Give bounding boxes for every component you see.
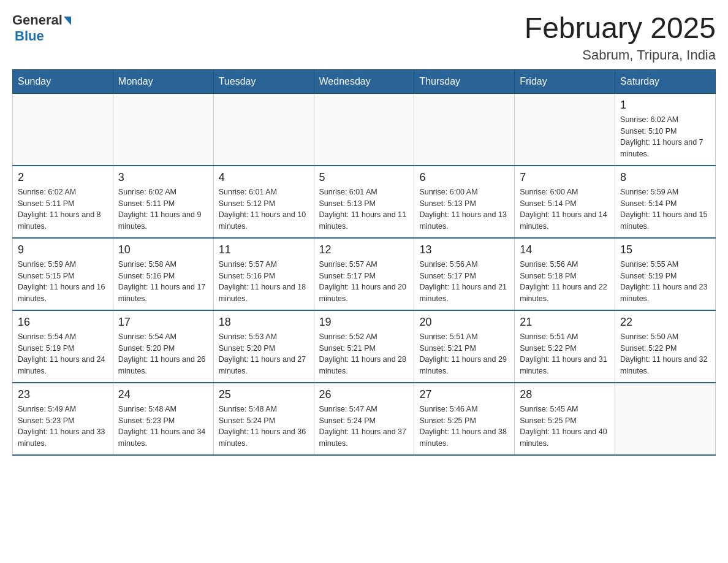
day-info: Sunrise: 6:02 AMSunset: 5:11 PMDaylight:…: [118, 186, 208, 232]
day-info: Sunrise: 5:48 AMSunset: 5:23 PMDaylight:…: [118, 404, 208, 450]
day-info: Sunrise: 6:00 AMSunset: 5:13 PMDaylight:…: [419, 186, 509, 232]
calendar-day-cell: 11Sunrise: 5:57 AMSunset: 5:16 PMDayligh…: [213, 238, 314, 310]
day-info: Sunrise: 5:52 AMSunset: 5:21 PMDaylight:…: [319, 331, 409, 377]
day-number: 25: [219, 388, 309, 401]
day-number: 18: [219, 316, 309, 329]
calendar-day-cell: 10Sunrise: 5:58 AMSunset: 5:16 PMDayligh…: [113, 238, 213, 310]
weekday-header-wednesday: Wednesday: [314, 69, 414, 93]
weekday-header-thursday: Thursday: [414, 69, 515, 93]
calendar-day-cell: 3Sunrise: 6:02 AMSunset: 5:11 PMDaylight…: [113, 166, 213, 238]
day-info: Sunrise: 5:51 AMSunset: 5:21 PMDaylight:…: [419, 331, 509, 377]
day-number: 9: [18, 243, 108, 256]
calendar-day-cell: [113, 93, 213, 166]
calendar-day-cell: 7Sunrise: 6:00 AMSunset: 5:14 PMDaylight…: [515, 166, 615, 238]
calendar-day-cell: 8Sunrise: 5:59 AMSunset: 5:14 PMDaylight…: [615, 166, 716, 238]
day-info: Sunrise: 5:47 AMSunset: 5:24 PMDaylight:…: [319, 404, 409, 450]
calendar-week-row: 9Sunrise: 5:59 AMSunset: 5:15 PMDaylight…: [13, 238, 716, 310]
day-info: Sunrise: 5:45 AMSunset: 5:25 PMDaylight:…: [520, 404, 610, 450]
day-number: 20: [419, 316, 509, 329]
calendar-header: SundayMondayTuesdayWednesdayThursdayFrid…: [13, 69, 716, 93]
day-number: 5: [319, 171, 409, 184]
day-number: 26: [319, 388, 409, 401]
day-number: 22: [620, 316, 710, 329]
day-number: 14: [520, 243, 610, 256]
day-info: Sunrise: 6:01 AMSunset: 5:13 PMDaylight:…: [319, 186, 409, 232]
weekday-header-saturday: Saturday: [615, 69, 716, 93]
calendar-day-cell: 26Sunrise: 5:47 AMSunset: 5:24 PMDayligh…: [314, 383, 414, 455]
logo-blue-text: Blue: [15, 28, 44, 44]
day-number: 21: [520, 316, 610, 329]
day-number: 12: [319, 243, 409, 256]
day-number: 27: [419, 388, 509, 401]
day-info: Sunrise: 5:56 AMSunset: 5:17 PMDaylight:…: [419, 259, 509, 305]
day-number: 16: [18, 316, 108, 329]
day-info: Sunrise: 5:59 AMSunset: 5:14 PMDaylight:…: [620, 186, 710, 232]
logo: General Blue: [12, 12, 71, 44]
calendar-day-cell: [213, 93, 314, 166]
day-info: Sunrise: 5:55 AMSunset: 5:19 PMDaylight:…: [620, 259, 710, 305]
day-number: 6: [419, 171, 509, 184]
day-number: 3: [118, 171, 208, 184]
day-number: 15: [620, 243, 710, 256]
day-info: Sunrise: 6:01 AMSunset: 5:12 PMDaylight:…: [219, 186, 309, 232]
calendar-day-cell: 17Sunrise: 5:54 AMSunset: 5:20 PMDayligh…: [113, 310, 213, 383]
month-title: February 2025: [525, 12, 716, 45]
calendar-day-cell: 25Sunrise: 5:48 AMSunset: 5:24 PMDayligh…: [213, 383, 314, 455]
calendar-day-cell: 28Sunrise: 5:45 AMSunset: 5:25 PMDayligh…: [515, 383, 615, 455]
calendar-day-cell: 9Sunrise: 5:59 AMSunset: 5:15 PMDaylight…: [13, 238, 113, 310]
day-info: Sunrise: 5:54 AMSunset: 5:19 PMDaylight:…: [18, 331, 108, 377]
calendar-day-cell: [615, 383, 716, 455]
day-number: 24: [118, 388, 208, 401]
calendar-day-cell: 15Sunrise: 5:55 AMSunset: 5:19 PMDayligh…: [615, 238, 716, 310]
weekday-header-row: SundayMondayTuesdayWednesdayThursdayFrid…: [13, 69, 716, 93]
calendar-day-cell: 24Sunrise: 5:48 AMSunset: 5:23 PMDayligh…: [113, 383, 213, 455]
day-info: Sunrise: 5:51 AMSunset: 5:22 PMDaylight:…: [520, 331, 610, 377]
day-info: Sunrise: 5:49 AMSunset: 5:23 PMDaylight:…: [18, 404, 108, 450]
day-number: 8: [620, 171, 710, 184]
day-info: Sunrise: 6:02 AMSunset: 5:11 PMDaylight:…: [18, 186, 108, 232]
calendar-body: 1Sunrise: 6:02 AMSunset: 5:10 PMDaylight…: [13, 93, 716, 455]
day-number: 13: [419, 243, 509, 256]
day-info: Sunrise: 6:00 AMSunset: 5:14 PMDaylight:…: [520, 186, 610, 232]
day-info: Sunrise: 5:58 AMSunset: 5:16 PMDaylight:…: [118, 259, 208, 305]
calendar-day-cell: [414, 93, 515, 166]
calendar-day-cell: 21Sunrise: 5:51 AMSunset: 5:22 PMDayligh…: [515, 310, 615, 383]
calendar-day-cell: 23Sunrise: 5:49 AMSunset: 5:23 PMDayligh…: [13, 383, 113, 455]
day-info: Sunrise: 5:50 AMSunset: 5:22 PMDaylight:…: [620, 331, 710, 377]
calendar-week-row: 23Sunrise: 5:49 AMSunset: 5:23 PMDayligh…: [13, 383, 716, 455]
location-subtitle: Sabrum, Tripura, India: [525, 47, 716, 63]
day-info: Sunrise: 5:53 AMSunset: 5:20 PMDaylight:…: [219, 331, 309, 377]
calendar-day-cell: 18Sunrise: 5:53 AMSunset: 5:20 PMDayligh…: [213, 310, 314, 383]
day-info: Sunrise: 6:02 AMSunset: 5:10 PMDaylight:…: [620, 114, 710, 160]
day-number: 7: [520, 171, 610, 184]
logo-blue-label: Blue: [12, 28, 44, 44]
day-info: Sunrise: 5:57 AMSunset: 5:16 PMDaylight:…: [219, 259, 309, 305]
calendar-week-row: 2Sunrise: 6:02 AMSunset: 5:11 PMDaylight…: [13, 166, 716, 238]
weekday-header-sunday: Sunday: [13, 69, 113, 93]
calendar-day-cell: 22Sunrise: 5:50 AMSunset: 5:22 PMDayligh…: [615, 310, 716, 383]
calendar-day-cell: 14Sunrise: 5:56 AMSunset: 5:18 PMDayligh…: [515, 238, 615, 310]
calendar-day-cell: 20Sunrise: 5:51 AMSunset: 5:21 PMDayligh…: [414, 310, 515, 383]
day-number: 23: [18, 388, 108, 401]
day-number: 28: [520, 388, 610, 401]
logo-general-text: General: [12, 12, 71, 28]
weekday-header-monday: Monday: [113, 69, 213, 93]
day-number: 10: [118, 243, 208, 256]
page-header: General Blue February 2025 Sabrum, Tripu…: [12, 12, 716, 63]
day-number: 11: [219, 243, 309, 256]
calendar-day-cell: [515, 93, 615, 166]
calendar-week-row: 16Sunrise: 5:54 AMSunset: 5:19 PMDayligh…: [13, 310, 716, 383]
day-number: 2: [18, 171, 108, 184]
logo-arrow-icon: [64, 17, 71, 25]
weekday-header-tuesday: Tuesday: [213, 69, 314, 93]
calendar-day-cell: 19Sunrise: 5:52 AMSunset: 5:21 PMDayligh…: [314, 310, 414, 383]
day-info: Sunrise: 5:48 AMSunset: 5:24 PMDaylight:…: [219, 404, 309, 450]
logo-general-label: General: [12, 12, 63, 28]
calendar-day-cell: 12Sunrise: 5:57 AMSunset: 5:17 PMDayligh…: [314, 238, 414, 310]
calendar-day-cell: 1Sunrise: 6:02 AMSunset: 5:10 PMDaylight…: [615, 93, 716, 166]
day-number: 1: [620, 99, 710, 112]
title-section: February 2025 Sabrum, Tripura, India: [525, 12, 716, 63]
calendar-day-cell: 13Sunrise: 5:56 AMSunset: 5:17 PMDayligh…: [414, 238, 515, 310]
calendar-day-cell: 2Sunrise: 6:02 AMSunset: 5:11 PMDaylight…: [13, 166, 113, 238]
day-info: Sunrise: 5:46 AMSunset: 5:25 PMDaylight:…: [419, 404, 509, 450]
